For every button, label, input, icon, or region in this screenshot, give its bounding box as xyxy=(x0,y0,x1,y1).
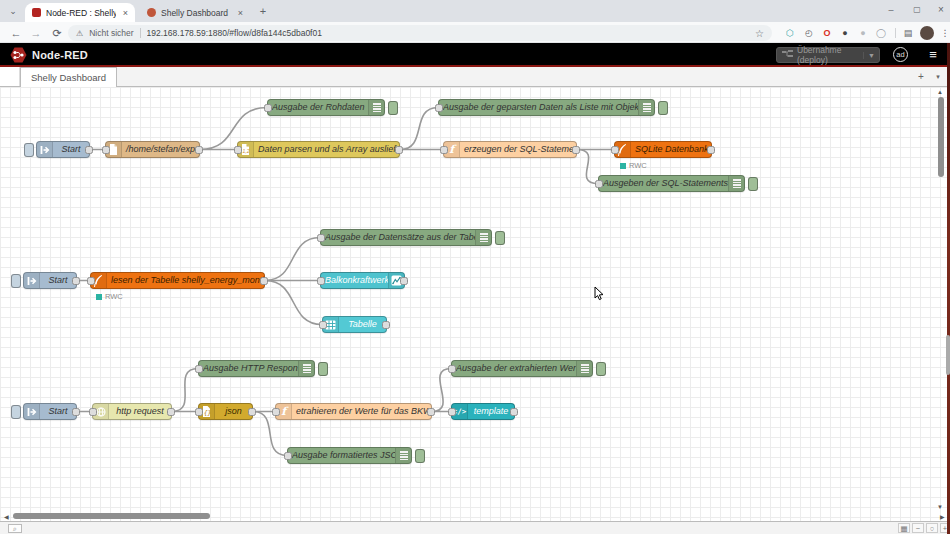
hamburger-menu-icon[interactable]: ≡ xyxy=(924,48,942,62)
wire[interactable] xyxy=(172,369,198,412)
flow-node-debug[interactable]: Ausgabe der geparsten Daten als Liste mi… xyxy=(438,99,655,116)
search-flows-button[interactable]: ⌕ xyxy=(8,524,22,533)
input-port[interactable] xyxy=(317,277,325,285)
reload-icon[interactable]: ⟳ xyxy=(49,25,65,41)
flow-node-debug[interactable]: Ausgabe der Datensätze aus der Tabelle xyxy=(320,229,492,246)
debug-toggle-button[interactable] xyxy=(658,101,668,115)
input-port[interactable] xyxy=(435,104,443,112)
workspace-tab-shelly-dashboard[interactable]: Shelly Dashboard xyxy=(20,67,117,87)
input-port[interactable] xyxy=(87,277,95,285)
window-maximize-button[interactable]: ▢ xyxy=(906,2,928,18)
input-port[interactable] xyxy=(448,365,456,373)
inject-trigger-button[interactable] xyxy=(11,405,21,419)
address-bar[interactable]: ⚠ Nicht sicher 192.168.178.59:1880/#flow… xyxy=(68,25,772,41)
window-minimize-button[interactable]: – xyxy=(880,2,902,18)
horizontal-scrollbar[interactable] xyxy=(13,513,210,519)
deploy-caret-icon[interactable]: ▼ xyxy=(863,52,879,59)
tab-close-icon[interactable]: × xyxy=(123,8,128,18)
deploy-button[interactable]: Übernahme (deploy) ▼ xyxy=(776,47,880,63)
flow-node-debug[interactable]: Ausgabe formatiertes JSON xyxy=(287,447,412,464)
output-port[interactable] xyxy=(572,146,580,154)
wire[interactable] xyxy=(432,369,451,412)
wire[interactable] xyxy=(577,150,598,184)
input-port[interactable] xyxy=(448,408,456,416)
extension-icon-2[interactable]: O xyxy=(820,26,834,40)
vscroll-down-icon[interactable]: ▼ xyxy=(937,504,943,510)
debug-toggle-button[interactable] xyxy=(415,449,425,463)
output-port[interactable] xyxy=(382,321,390,329)
input-port[interactable] xyxy=(234,146,242,154)
extension-icon-1[interactable]: ◴ xyxy=(802,26,816,40)
inject-trigger-button[interactable] xyxy=(11,274,21,288)
url-text[interactable]: 192.168.178.59:1880/#flow/d8fa144c5dba0f… xyxy=(147,28,749,38)
output-port[interactable] xyxy=(510,408,518,416)
flow-node-template[interactable]: </>template xyxy=(451,403,515,420)
cast-icon[interactable]: ▤ xyxy=(901,26,915,40)
tab-close-icon[interactable]: × xyxy=(238,8,243,18)
flow-node-debug[interactable]: Ausgabe der extrahierten Werte xyxy=(451,360,593,377)
flow-node-debug[interactable]: Ausgabe HTTP Response xyxy=(198,360,315,377)
zoom-out-button[interactable]: − xyxy=(912,523,924,533)
vertical-scrollbar[interactable] xyxy=(938,97,944,177)
output-port[interactable] xyxy=(260,277,268,285)
debug-toggle-button[interactable] xyxy=(748,177,758,191)
browser-menu-icon[interactable]: ⋮ xyxy=(938,26,950,40)
forward-icon[interactable]: → xyxy=(28,25,44,41)
user-menu-button[interactable]: ad xyxy=(893,47,908,62)
flow-canvas[interactable]: ◀ ▶ ▲ ▼ Start/home/stefan/export.csv1,2D… xyxy=(0,87,950,521)
hscroll-left-icon[interactable]: ◀ xyxy=(4,513,9,520)
input-port[interactable] xyxy=(440,146,448,154)
browser-tab-active[interactable]: Node-RED : Shelly Dashboard × xyxy=(25,3,135,22)
flow-node-file[interactable]: /home/stefan/export.csv xyxy=(105,141,200,158)
flow-node-debug[interactable]: Ausgeben der SQL-Statements xyxy=(598,175,745,192)
flow-node-sqlite[interactable]: SQLite Datenbank xyxy=(614,141,712,158)
extension-icon-3[interactable]: ● xyxy=(838,26,852,40)
input-port[interactable] xyxy=(195,408,203,416)
new-tab-button[interactable]: + xyxy=(256,5,270,19)
back-icon[interactable]: ← xyxy=(8,25,24,41)
inject-trigger-button[interactable] xyxy=(24,143,34,157)
output-port[interactable] xyxy=(395,146,403,154)
extension-icon-5[interactable]: ◯ xyxy=(874,26,888,40)
hscroll-right-icon[interactable]: ▶ xyxy=(940,513,945,520)
flow-node-inject[interactable]: Start xyxy=(23,403,77,420)
flow-node-json[interactable]: {}json xyxy=(198,403,253,420)
flow-node-function[interactable]: ferzeugen der SQL-Statements xyxy=(443,141,577,158)
flow-list-caret-icon[interactable]: ▾ xyxy=(931,70,945,84)
window-close-button[interactable]: × xyxy=(930,2,950,18)
input-port[interactable] xyxy=(284,452,292,460)
input-port[interactable] xyxy=(317,234,325,242)
flow-node-csv[interactable]: 1,2Daten parsen und als Array ausliefern xyxy=(237,141,400,158)
flow-node-function[interactable]: fetrahieren der Werte für das BKW xyxy=(275,403,432,420)
vscroll-up-icon[interactable]: ▲ xyxy=(937,89,943,95)
flow-node-sqlite[interactable]: lesen der Tabelle shelly_energy_monthly xyxy=(90,272,265,289)
output-port[interactable] xyxy=(85,146,93,154)
output-port[interactable] xyxy=(707,146,715,154)
wire[interactable] xyxy=(400,108,438,150)
flow-node-http[interactable]: http request xyxy=(92,403,172,420)
output-port[interactable] xyxy=(427,408,435,416)
input-port[interactable] xyxy=(319,321,327,329)
profile-avatar[interactable] xyxy=(920,26,934,40)
input-port[interactable] xyxy=(195,365,203,373)
extension-icon-4[interactable]: ● xyxy=(856,26,870,40)
debug-toggle-button[interactable] xyxy=(388,101,398,115)
wire[interactable] xyxy=(265,238,320,281)
output-port[interactable] xyxy=(400,277,408,285)
input-port[interactable] xyxy=(264,104,272,112)
output-port[interactable] xyxy=(72,408,80,416)
flow-node-debug[interactable]: Ausgabe der Rohdaten xyxy=(267,99,385,116)
flow-node-table[interactable]: Tabelle xyxy=(322,316,387,333)
flow-node-inject[interactable]: Start xyxy=(36,141,90,158)
flow-node-chart[interactable]: Balkonkraftwerk xyxy=(320,272,405,289)
minimap-toggle-button[interactable]: ▦ xyxy=(898,523,910,533)
tab-search-icon[interactable]: ⌄ xyxy=(6,5,20,18)
debug-toggle-button[interactable] xyxy=(596,362,606,376)
input-port[interactable] xyxy=(595,180,603,188)
wire[interactable] xyxy=(265,281,322,325)
input-port[interactable] xyxy=(611,146,619,154)
add-flow-button[interactable]: + xyxy=(914,70,928,84)
debug-toggle-button[interactable] xyxy=(495,231,505,245)
output-port[interactable] xyxy=(248,408,256,416)
share-extension-icon[interactable]: ⬡ xyxy=(783,26,797,40)
